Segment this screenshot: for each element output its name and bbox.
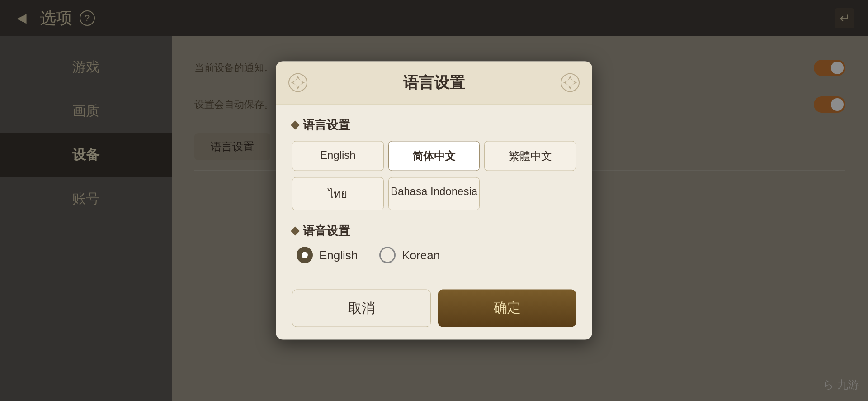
voice-option-korean[interactable]: Korean [379,247,440,263]
lang-option-traditional-chinese[interactable]: 繁體中文 [484,141,576,171]
voice-option-english[interactable]: English [297,247,358,263]
lang-option-thai[interactable]: ไทย [292,177,384,210]
voice-section-title: 语音设置 [292,223,576,239]
cancel-button[interactable]: 取消 [292,290,431,327]
language-grid-row2: ไทย Bahasa Indonesia [292,177,576,210]
voice-options: English Korean [292,247,576,263]
language-settings-dialog: 语言设置 语言设置 English 简体中文 繁體中文 [276,62,592,340]
diamond-icon-2 [291,226,300,235]
dialog-body: 语言设置 English 简体中文 繁體中文 ไทย Bahasa Indone… [276,105,592,290]
dialog-title: 语言设置 [403,74,465,91]
dialog-deco-left-icon [287,72,309,94]
dialog-deco-right-icon [559,72,581,94]
language-grid: English 简体中文 繁體中文 [292,141,576,171]
lang-option-bahasa[interactable]: Bahasa Indonesia [388,177,480,210]
confirm-button[interactable]: 确定 [438,290,576,327]
dialog-footer: 取消 确定 [276,290,592,340]
diamond-icon [291,120,300,129]
radio-english-icon [297,247,313,263]
radio-korean-icon [379,247,396,263]
lang-option-empty [484,177,576,210]
lang-section-title: 语言设置 [292,117,576,133]
lang-option-english[interactable]: English [292,141,384,171]
lang-option-simplified-chinese[interactable]: 简体中文 [388,141,480,171]
dialog-header: 语言设置 [276,62,592,105]
